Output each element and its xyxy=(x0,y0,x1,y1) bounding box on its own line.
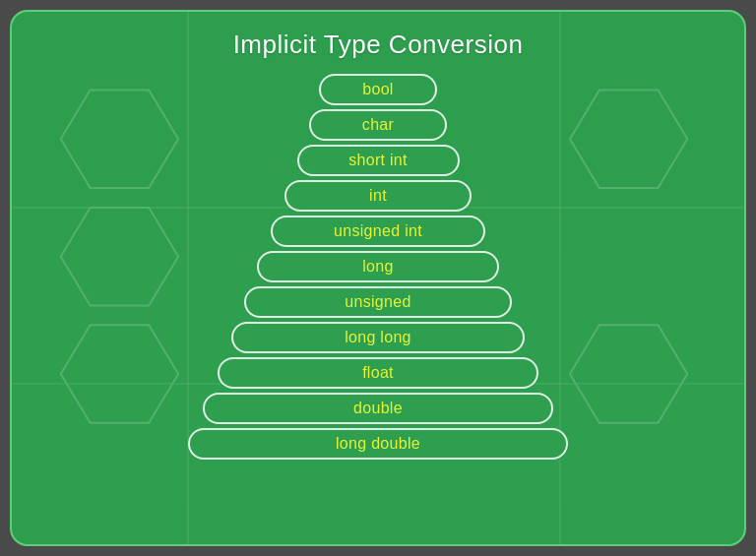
type-item-unsigned: unsigned xyxy=(244,286,512,318)
main-card: Implicit Type Conversion boolcharshort i… xyxy=(10,10,746,546)
page-title: Implicit Type Conversion xyxy=(233,30,524,60)
pyramid-container: boolcharshort intintunsigned intlongunsi… xyxy=(32,74,724,460)
type-item-unsigned-int: unsigned int xyxy=(271,216,485,247)
type-item-short-int: short int xyxy=(297,145,460,176)
type-item-char: char xyxy=(309,109,447,141)
type-item-double: double xyxy=(203,393,553,424)
type-item-int: int xyxy=(284,180,472,212)
type-item-long-long: long long xyxy=(231,322,525,353)
type-item-long-double: long double xyxy=(188,428,568,460)
type-item-long: long xyxy=(257,251,499,282)
type-item-float: float xyxy=(218,357,538,389)
type-item-bool: bool xyxy=(319,74,437,105)
